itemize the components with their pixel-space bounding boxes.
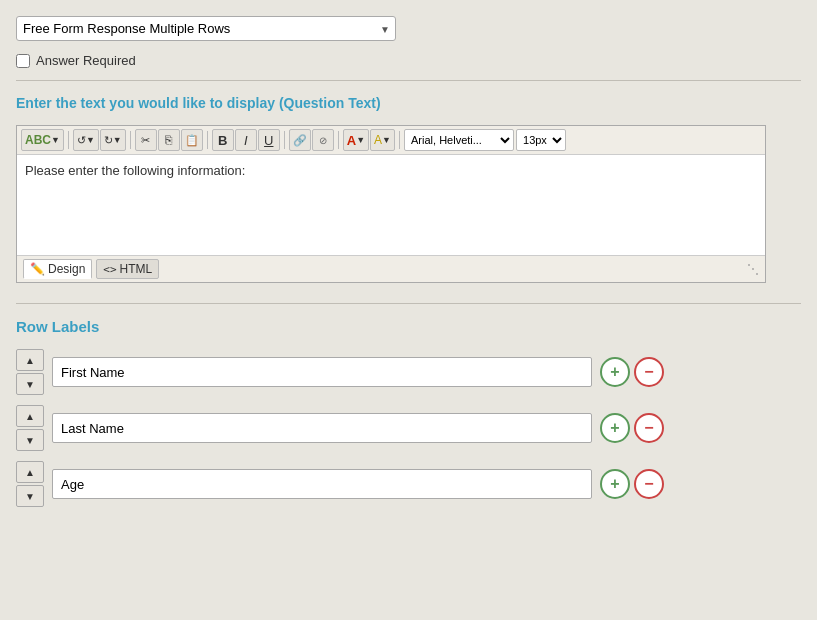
divider-1 (16, 80, 801, 81)
row-labels-title: Row Labels (16, 318, 801, 335)
spell-dropdown-arrow: ▼ (51, 135, 60, 145)
redo-button[interactable]: ↻ ▼ (100, 129, 126, 151)
row-2-add-button[interactable]: + (600, 413, 630, 443)
html-tab[interactable]: <> HTML (96, 259, 159, 279)
row-item-1: ▲ ▼ + − (16, 349, 801, 395)
font-size-select[interactable]: 13px (516, 129, 566, 151)
row-3-add-icon: + (610, 475, 619, 493)
row-1-input[interactable] (52, 357, 592, 387)
font-color-icon: A (347, 133, 356, 148)
row-2-input[interactable] (52, 413, 592, 443)
editor-content-area[interactable]: Please enter the following information: (17, 155, 765, 255)
toolbar-sep-6 (399, 131, 400, 149)
toolbar-link-group: 🔗 ⊘ (289, 129, 334, 151)
row-1-add-button[interactable]: + (600, 357, 630, 387)
toolbar-color-group: A ▼ A ▼ (343, 129, 395, 151)
row-1-up-button[interactable]: ▲ (16, 349, 44, 371)
divider-2 (16, 303, 801, 304)
design-tab[interactable]: ✏️ Design (23, 259, 92, 279)
rich-text-editor: ABC ▼ ↺ ▼ ↻ ▼ ✂ ⎘ 📋 (16, 125, 766, 283)
highlight-button[interactable]: A ▼ (370, 129, 395, 151)
row-3-up-button[interactable]: ▲ (16, 461, 44, 483)
row-1-add-icon: + (610, 363, 619, 381)
row-1-remove-button[interactable]: − (634, 357, 664, 387)
question-section-title: Enter the text you would like to display… (16, 95, 801, 111)
redo-icon: ↻ (104, 134, 113, 147)
answer-required-row: Answer Required (16, 53, 801, 68)
spell-check-button[interactable]: ABC ▼ (21, 129, 64, 151)
redo-dropdown-arrow: ▼ (113, 135, 122, 145)
row-2-action-group: + − (600, 413, 664, 443)
underline-button[interactable]: U (258, 129, 280, 151)
row-3-arrow-group: ▲ ▼ (16, 461, 44, 507)
toolbar-sep-5 (338, 131, 339, 149)
question-type-select[interactable]: Free Form Response Multiple Rows Free Fo… (16, 16, 396, 41)
editor-toolbar: ABC ▼ ↺ ▼ ↻ ▼ ✂ ⎘ 📋 (17, 126, 765, 155)
answer-required-checkbox[interactable] (16, 54, 30, 68)
insert-link-button[interactable]: 🔗 (289, 129, 311, 151)
row-3-remove-button[interactable]: − (634, 469, 664, 499)
resize-handle: ⋱ (747, 262, 759, 276)
paste-icon: 📋 (185, 134, 199, 147)
row-3-action-group: + − (600, 469, 664, 499)
row-3-remove-icon: − (644, 475, 653, 493)
row-3-add-button[interactable]: + (600, 469, 630, 499)
toolbar-clipboard-group: ✂ ⎘ 📋 (135, 129, 203, 151)
toolbar-spell-group: ABC ▼ (21, 129, 64, 151)
row-2-arrow-group: ▲ ▼ (16, 405, 44, 451)
paste-button[interactable]: 📋 (181, 129, 203, 151)
editor-footer-tabs: ✏️ Design <> HTML (23, 259, 159, 279)
row-item-3: ▲ ▼ + − (16, 461, 801, 507)
highlight-icon: A (374, 133, 382, 147)
row-2-add-icon: + (610, 419, 619, 437)
question-type-row: Free Form Response Multiple Rows Free Fo… (16, 16, 801, 41)
row-item-2: ▲ ▼ + − (16, 405, 801, 451)
undo-button[interactable]: ↺ ▼ (73, 129, 99, 151)
row-3-input[interactable] (52, 469, 592, 499)
copy-button[interactable]: ⎘ (158, 129, 180, 151)
toolbar-format-group: B I U (212, 129, 280, 151)
design-tab-icon: ✏️ (30, 262, 45, 276)
html-tab-icon: <> (103, 263, 116, 276)
toolbar-undo-group: ↺ ▼ ↻ ▼ (73, 129, 126, 151)
spell-icon: ABC (25, 133, 51, 147)
row-2-down-button[interactable]: ▼ (16, 429, 44, 451)
font-color-button[interactable]: A ▼ (343, 129, 369, 151)
toolbar-sep-3 (207, 131, 208, 149)
unlink-icon: ⊘ (319, 135, 327, 146)
row-2-up-button[interactable]: ▲ (16, 405, 44, 427)
bold-button[interactable]: B (212, 129, 234, 151)
row-1-action-group: + − (600, 357, 664, 387)
row-3-down-button[interactable]: ▼ (16, 485, 44, 507)
row-2-remove-icon: − (644, 419, 653, 437)
row-2-remove-button[interactable]: − (634, 413, 664, 443)
toolbar-sep-2 (130, 131, 131, 149)
row-1-down-button[interactable]: ▼ (16, 373, 44, 395)
font-family-select[interactable]: Arial, Helveti... (404, 129, 514, 151)
copy-icon: ⎘ (165, 133, 172, 147)
html-tab-label: HTML (120, 262, 153, 276)
highlight-arrow: ▼ (382, 135, 391, 145)
font-color-arrow: ▼ (356, 135, 365, 145)
question-type-select-wrapper: Free Form Response Multiple Rows Free Fo… (16, 16, 396, 41)
answer-required-label: Answer Required (36, 53, 136, 68)
toolbar-sep-1 (68, 131, 69, 149)
toolbar-sep-4 (284, 131, 285, 149)
cut-icon: ✂ (141, 134, 150, 147)
remove-link-button[interactable]: ⊘ (312, 129, 334, 151)
undo-dropdown-arrow: ▼ (86, 135, 95, 145)
link-icon: 🔗 (293, 134, 307, 147)
italic-button[interactable]: I (235, 129, 257, 151)
editor-footer: ✏️ Design <> HTML ⋱ (17, 255, 765, 282)
cut-button[interactable]: ✂ (135, 129, 157, 151)
row-1-remove-icon: − (644, 363, 653, 381)
row-1-arrow-group: ▲ ▼ (16, 349, 44, 395)
design-tab-label: Design (48, 262, 85, 276)
undo-icon: ↺ (77, 134, 86, 147)
